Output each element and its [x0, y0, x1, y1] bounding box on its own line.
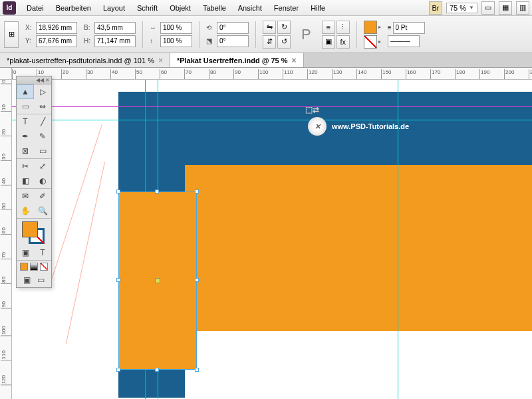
stroke-swatch[interactable]	[364, 35, 377, 49]
h-field[interactable]	[94, 35, 136, 47]
margin-guide-top[interactable]	[12, 106, 532, 107]
menu-datei[interactable]: Datei	[21, 2, 49, 14]
fill-stroke-swatch[interactable]	[17, 219, 51, 245]
guide-cyan-h[interactable]	[12, 120, 532, 120]
flip-v-icon[interactable]: ⇵	[263, 35, 276, 49]
align-icon[interactable]: ≡	[322, 21, 335, 34]
flip-h-icon[interactable]: ⇋	[263, 21, 276, 34]
rotate-cw-icon[interactable]: ↻	[277, 21, 291, 34]
menu-layout[interactable]: Layout	[98, 2, 130, 14]
scale-x-icon: ↔	[150, 24, 159, 31]
wrap-icon[interactable]: ▣	[322, 35, 335, 49]
resize-handle-n[interactable]	[155, 190, 159, 194]
logo-area[interactable]: ⬚⇄ ✕ www.PSD-Tutorials.de	[308, 117, 409, 136]
resize-handle-se[interactable]	[195, 368, 199, 372]
view-mode-preview-icon[interactable]: ▭	[35, 275, 47, 285]
w-field[interactable]	[94, 22, 136, 34]
orange-block[interactable]	[185, 165, 532, 331]
ruler-vertical[interactable]: 0102030405060708090100110120130	[0, 80, 12, 399]
chevron-down-icon: ▼	[469, 5, 474, 11]
tab-label: *plakat-usertreffen-psdtutorials.indd @ …	[7, 57, 154, 65]
ruler-horizontal[interactable]: 0102030405060708090100110120130140150160…	[12, 68, 532, 80]
selection-center-icon[interactable]	[155, 278, 160, 283]
link-chain-icon: ⬚⇄	[305, 105, 319, 114]
pen-tool[interactable]: ✒	[17, 129, 34, 144]
gradient-feather-tool[interactable]: ◐	[34, 174, 51, 188]
apply-color-icon[interactable]	[20, 263, 28, 271]
stroke-style-field[interactable]	[388, 35, 420, 47]
pencil-tool[interactable]: ✎	[34, 129, 51, 144]
resize-handle-sw[interactable]	[116, 368, 120, 372]
note-tool[interactable]: ✉	[17, 189, 34, 203]
view-mode-normal-icon[interactable]: ▣	[21, 275, 33, 285]
x-field[interactable]	[36, 22, 77, 34]
chevron-down-icon: ▸	[378, 39, 381, 45]
canvas[interactable]: ⬚⇄ ✕ www.PSD-Tutorials.de	[12, 80, 532, 399]
ruler-origin[interactable]	[0, 68, 12, 80]
menu-objekt[interactable]: Objekt	[164, 2, 196, 14]
rectangle-frame-tool[interactable]: ⊠	[17, 144, 34, 158]
distribute-icon[interactable]: ⋮	[336, 21, 350, 34]
rotate-field[interactable]	[217, 22, 249, 34]
w-label: B:	[84, 24, 93, 31]
resize-handle-s[interactable]	[155, 368, 159, 372]
smart-guide-line	[66, 162, 105, 344]
resize-handle-w[interactable]	[116, 278, 120, 282]
line-tool[interactable]: ╱	[34, 114, 51, 129]
character-p-icon: P	[301, 26, 311, 43]
menu-hilfe[interactable]: Hilfe	[305, 2, 331, 14]
eyedropper-tool[interactable]: ✐	[34, 189, 51, 203]
fill-color-swatch[interactable]	[22, 221, 38, 237]
menu-tabelle[interactable]: Tabelle	[198, 2, 231, 14]
rotate-ccw-icon[interactable]: ↺	[277, 35, 291, 49]
workspace: 0102030405060708090100110120130140150160…	[0, 68, 532, 399]
type-tool[interactable]: T	[17, 114, 34, 129]
stroke-weight-field[interactable]	[393, 22, 425, 34]
gradient-swatch-tool[interactable]: ◧	[17, 174, 34, 188]
tab-label: *Plakat Usertreffen.indd @ 75 %	[177, 57, 288, 65]
hand-tool[interactable]: ✋	[17, 203, 34, 218]
scissors-tool[interactable]: ✂	[17, 159, 34, 174]
resize-handle-ne[interactable]	[195, 190, 199, 194]
selected-rectangle[interactable]	[118, 192, 197, 370]
zoom-level-select[interactable]: 75 %▼	[446, 3, 477, 13]
shear-field[interactable]	[217, 35, 249, 47]
y-field[interactable]	[36, 35, 77, 47]
workspace-icon[interactable]: ▥	[516, 1, 529, 15]
y-label: Y:	[25, 37, 35, 45]
menu-ansicht[interactable]: Ansicht	[233, 2, 267, 14]
formatting-text-icon[interactable]: T	[34, 245, 51, 260]
direct-selection-tool[interactable]: ▷	[34, 84, 51, 99]
x-label: X:	[25, 24, 35, 31]
menu-schrift[interactable]: Schrift	[132, 2, 163, 14]
reference-point-icon[interactable]: ⊞	[4, 21, 19, 48]
zoom-tool[interactable]: 🔍	[34, 203, 51, 218]
logo-butterfly-icon: ✕	[308, 117, 327, 136]
apply-none-icon[interactable]	[40, 263, 48, 271]
panel-collapse-icon[interactable]: ◀◀ ✕	[17, 76, 51, 84]
page-tool[interactable]: ▭	[17, 99, 34, 114]
gap-tool[interactable]: ⇔	[34, 99, 51, 114]
menu-bearbeiten[interactable]: Bearbeiten	[51, 2, 96, 14]
effects-icon[interactable]: fx	[336, 35, 350, 49]
document-tab-2[interactable]: *Plakat Usertreffen.indd @ 75 %×	[170, 53, 304, 67]
screen-mode-icon[interactable]: ▭	[481, 1, 495, 15]
formatting-container-icon[interactable]: ▣	[17, 245, 34, 260]
scale-x-field[interactable]	[160, 22, 192, 34]
document-tab-1[interactable]: *plakat-usertreffen-psdtutorials.indd @ …	[0, 53, 170, 67]
resize-handle-e[interactable]	[195, 278, 199, 282]
menu-fenster[interactable]: Fenster	[269, 2, 304, 14]
close-icon[interactable]: ×	[158, 56, 163, 65]
apply-gradient-icon[interactable]	[30, 263, 38, 271]
fill-swatch[interactable]	[364, 21, 377, 34]
close-icon[interactable]: ×	[292, 56, 297, 65]
scale-y-field[interactable]	[160, 35, 192, 47]
rectangle-tool[interactable]: ▭	[34, 144, 51, 158]
selection-tool[interactable]: ▲	[17, 84, 34, 99]
free-transform-tool[interactable]: ⤢	[34, 159, 51, 174]
resize-handle-nw[interactable]	[116, 190, 120, 194]
tools-panel[interactable]: ◀◀ ✕ ▲ ▷ ▭ ⇔ T ╱ ✒ ✎ ⊠ ▭ ✂ ⤢ ◧ ◐ ✉ ✐ ✋ 🔍	[16, 76, 52, 288]
bridge-button[interactable]: Br	[429, 1, 442, 15]
arrange-icon[interactable]: ▦	[499, 1, 512, 15]
separator	[356, 21, 357, 48]
